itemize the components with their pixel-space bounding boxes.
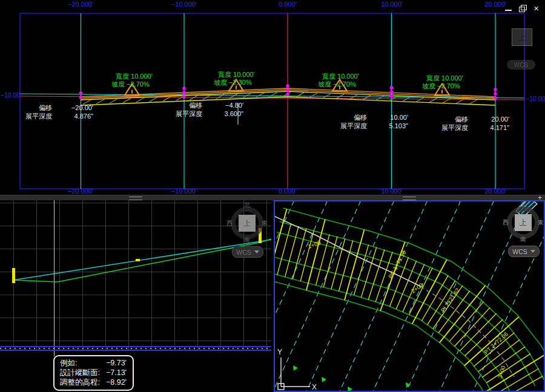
corridor-section-tick: [277, 224, 291, 275]
corridor-section-tick: [285, 226, 299, 277]
viewcube-north-label[interactable]: 北: [244, 201, 250, 209]
grip-marker: [286, 85, 289, 88]
contour-arrow: [322, 377, 326, 382]
corridor-section-tick: [354, 244, 368, 295]
grip-marker: [286, 93, 289, 96]
corridor-section-tick: [300, 230, 314, 281]
ruler-label: −10.000': [159, 188, 210, 195]
station-label: 2+00: [410, 281, 424, 294]
pavement-hatch: [123, 99, 131, 103]
pavement-hatch: [110, 99, 117, 103]
chevron-down-icon: [530, 250, 535, 253]
profile-marker: [12, 268, 15, 283]
corridor-section-tick: [497, 376, 543, 391]
offset-annotation: 偏移20.00' 展平深度4.171": [441, 115, 509, 132]
ruler-label: −20.000': [55, 188, 106, 195]
viewcube-west-label[interactable]: 西: [503, 218, 509, 227]
grip-marker: [494, 88, 497, 91]
pavement-hatch: [96, 99, 104, 103]
ucs-y-label: Y: [277, 348, 282, 356]
lane-annotation: 寬度 10.000' 坡度 −2.70%: [422, 74, 463, 90]
viewcube-south-label[interactable]: 南: [520, 235, 526, 244]
grip-marker: [286, 89, 289, 92]
close-icon[interactable]: ×: [532, 5, 540, 12]
ruler-label: 0.000': [262, 1, 313, 8]
offset-annotation: 偏移−20.00' 展平深度4.876": [25, 103, 93, 120]
pavement-hatch: [256, 93, 264, 97]
viewcube-top-face[interactable]: 上: [515, 214, 532, 231]
elevation-label-right: −10.00': [526, 95, 545, 102]
plan-viewport[interactable]: 1+00PC 1+71.182+00PI 2+21.62PT 2+72.063+…: [274, 200, 545, 392]
grip-marker: [390, 91, 393, 94]
ruler-label: 20.000': [470, 188, 521, 195]
profile-marker: [136, 259, 140, 261]
corridor-section-tick: [474, 333, 515, 367]
corridor-section-tick: [292, 228, 306, 279]
alignment-centerline: [275, 216, 420, 286]
grip-marker: [183, 96, 186, 99]
station-label: PT 2+72.06: [483, 330, 509, 355]
pavement-hatch: [150, 97, 157, 102]
grip-marker: [79, 92, 82, 95]
pavement-hatch: [469, 100, 477, 104]
pavement-hatch: [309, 93, 317, 97]
corridor-section-tick: [323, 237, 337, 287]
contour-line: [275, 201, 365, 391]
ruler-label: −20.000': [55, 1, 106, 8]
corridor-edge-line: [275, 272, 499, 391]
ruler-label: −10.000': [159, 1, 210, 8]
wcs-dropdown-dim[interactable]: WCS: [507, 60, 535, 70]
ruler-label: 10.000': [366, 1, 417, 8]
profile-viewport[interactable]: 例如:−9.73' 設計縱斷面:−7.13' 調整的高程:−8.92' 北 西 …: [0, 200, 271, 392]
grip-marker: [494, 97, 497, 100]
restore-icon[interactable]: [518, 5, 526, 12]
contour-arrow: [293, 365, 298, 371]
grip-marker: [390, 87, 393, 90]
lane-annotation: 寬度 10.000' 坡度 −2.30%: [214, 71, 255, 87]
viewcube[interactable]: 北 西 東 南 上 WCS: [224, 203, 270, 258]
pavement-hatch: [416, 97, 424, 102]
viewcube-west-label[interactable]: 西: [226, 219, 233, 227]
corridor-section-tick: [306, 220, 325, 290]
chevron-down-icon: [254, 250, 259, 253]
section-canvas[interactable]: [0, 0, 545, 195]
contour-line: [275, 201, 298, 391]
viewcube-north-label[interactable]: 北: [520, 200, 526, 209]
minimize-icon[interactable]: [504, 5, 512, 12]
grip-marker: [494, 93, 497, 96]
station-label: 3+00: [496, 365, 506, 379]
ruler-label: 0.000': [262, 188, 313, 195]
viewcube[interactable]: 北 西 東 南 上 WCS: [500, 202, 545, 258]
lane-annotation: 寬度 10.000' 坡度 −2.70%: [111, 73, 153, 88]
grip-marker: [183, 87, 186, 90]
viewcube-top-face-dim[interactable]: 上: [512, 28, 532, 46]
offset-annotation: 偏移10.00' 展平深度5.103": [340, 113, 408, 130]
window-controls: ×: [504, 5, 540, 12]
grip-marker: [390, 95, 393, 98]
lane-annotation: 寬度 10.000' 坡度 −2.70%: [318, 73, 359, 88]
grip-marker: [183, 91, 186, 94]
corridor-section-tick: [396, 261, 416, 309]
ruler-label: 10.000': [366, 188, 417, 195]
viewcube-south-label[interactable]: 南: [244, 236, 250, 244]
ucs-x-label: X: [312, 383, 317, 391]
pavement-hatch: [136, 98, 144, 102]
elevation-label-left: −10.00': [1, 91, 21, 99]
corridor-section-tick: [331, 238, 345, 289]
section-viewport[interactable]: −20.000' −10.000' 0.000' 10.000' 20.000'…: [0, 0, 545, 195]
contour-arrow: [348, 387, 352, 391]
grip-marker: [79, 96, 82, 99]
wcs-dropdown[interactable]: WCS: [232, 246, 263, 258]
viewcube-top-face[interactable]: 上: [239, 215, 256, 232]
offset-annotation: 偏移−4.80' 展平深度3.600": [176, 101, 243, 118]
pavement-hatch: [429, 98, 437, 102]
pavement-hatch: [456, 99, 464, 103]
section-frame: [20, 13, 524, 189]
pavement-hatch: [323, 94, 331, 98]
wcs-dropdown[interactable]: WCS: [508, 246, 540, 257]
corridor-section-tick: [345, 230, 365, 301]
elevation-tooltip: 例如:−9.73' 設計縱斷面:−7.13' 調整的高程:−8.92': [53, 355, 134, 391]
viewcube-east-label[interactable]: 東: [262, 219, 268, 227]
viewcube-east-label[interactable]: 東: [538, 218, 544, 227]
